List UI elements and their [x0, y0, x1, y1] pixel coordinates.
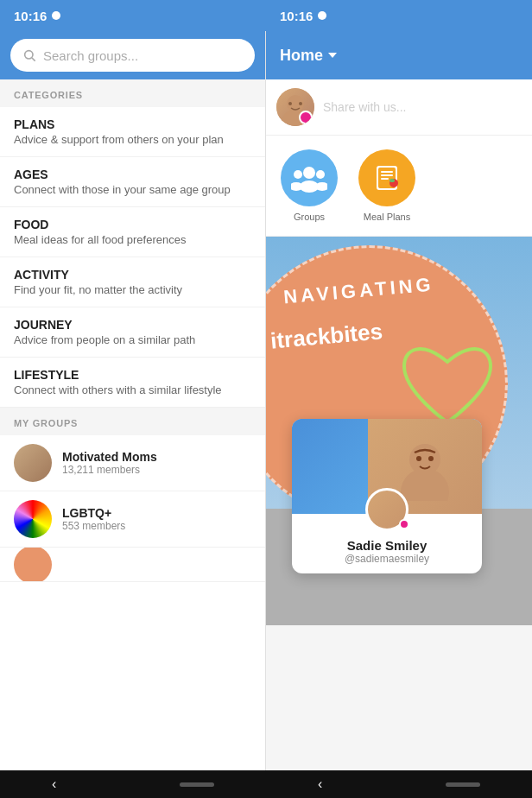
icon-circle-groups — [281, 149, 338, 206]
group-members-motivated-moms: 13,211 members — [62, 464, 157, 476]
svg-rect-14 — [381, 171, 393, 173]
group-item-partial[interactable] — [0, 548, 265, 582]
svg-point-0 — [25, 51, 33, 59]
category-title-lifestyle: LIFESTYLE — [14, 368, 251, 382]
system-bar-right: ‹ — [266, 770, 532, 798]
group-item-lgbtq[interactable]: LGBTQ+ 553 members — [0, 491, 265, 548]
navigating-card-container: NAVIGATING itrackbites — [266, 237, 532, 625]
svg-line-1 — [32, 58, 35, 61]
category-subtitle-ages: Connect with those in your same age grou… — [14, 183, 251, 196]
back-arrow-right[interactable]: ‹ — [318, 776, 322, 792]
system-bar-left: ‹ — [0, 770, 266, 798]
category-subtitle-lifestyle: Connect with others with a similar lifes… — [14, 383, 251, 396]
svg-point-21 — [416, 456, 421, 461]
group-avatar-lgbtq — [14, 500, 52, 538]
group-members-lgbtq: 553 members — [62, 520, 125, 532]
status-dot-left — [52, 11, 60, 20]
svg-point-6 — [303, 167, 315, 179]
svg-point-20 — [401, 468, 449, 501]
icon-label-groups: Groups — [294, 212, 325, 222]
status-bar-left: 10:16 — [0, 0, 266, 31]
svg-rect-15 — [381, 174, 393, 176]
group-avatar-partial — [14, 548, 52, 582]
share-text: Share with us... — [323, 100, 407, 114]
groups-icon — [291, 162, 327, 193]
nav-pill-right — [446, 782, 480, 787]
search-bar: Search groups... — [0, 31, 265, 79]
category-subtitle-food: Meal ideas for all food preferences — [14, 233, 251, 246]
left-panel: Search groups... CATEGORIES PLANS Advice… — [0, 31, 266, 798]
profile-handle: @sadiemaesmiley — [301, 553, 473, 565]
share-banner[interactable]: Share with us... — [266, 79, 532, 136]
time-right: 10:16 — [280, 9, 313, 23]
group-name-lgbtq: LGBTQ+ — [62, 506, 125, 520]
chevron-down-icon[interactable] — [328, 53, 337, 58]
group-info-lgbtq: LGBTQ+ 553 members — [62, 506, 125, 532]
category-title-plans: PLANS — [14, 117, 251, 131]
category-item-lifestyle[interactable]: LIFESTYLE Connect with others with a sim… — [0, 358, 265, 408]
profile-card: Sadie Smiley @sadiemaesmiley — [292, 419, 482, 573]
back-arrow-left[interactable]: ‹ — [52, 776, 56, 792]
time-left: 10:16 — [14, 9, 47, 23]
category-item-plans[interactable]: PLANS Advice & support from others on yo… — [0, 107, 265, 157]
icon-circle-meal-plans — [358, 149, 415, 206]
category-item-food[interactable]: FOOD Meal ideas for all food preferences — [0, 207, 265, 257]
icon-item-meal-plans[interactable]: Meal Plans — [352, 149, 421, 222]
search-icon — [22, 48, 36, 62]
icon-item-groups[interactable]: Groups — [275, 149, 344, 222]
group-name-motivated-moms: Motivated Moms — [62, 450, 157, 464]
status-bar-right: 10:16 — [266, 0, 532, 31]
nav-pill-left — [180, 782, 214, 787]
category-subtitle-activity: Find your fit, no matter the activity — [14, 283, 251, 296]
icons-row: Groups Meal Plans — [266, 136, 532, 237]
right-panel: Home Share with us... — [266, 31, 532, 798]
search-input-container[interactable]: Search groups... — [10, 39, 255, 72]
category-item-activity[interactable]: ACTIVITY Find your fit, no matter the ac… — [0, 257, 265, 307]
share-avatar — [276, 88, 314, 126]
group-info-motivated-moms: Motivated Moms 13,211 members — [62, 450, 157, 476]
svg-point-8 — [294, 170, 302, 179]
profile-name: Sadie Smiley — [301, 538, 473, 553]
svg-point-22 — [428, 456, 434, 461]
my-groups-header: MY GROUPS — [0, 408, 265, 435]
categories-header: CATEGORIES — [0, 79, 265, 107]
category-title-journey: JOURNEY — [14, 318, 251, 332]
svg-point-5 — [299, 102, 302, 105]
home-header: Home — [266, 31, 532, 79]
icon-label-meal-plans: Meal Plans — [364, 212, 410, 222]
category-subtitle-journey: Advice from people on a similar path — [14, 333, 251, 346]
svg-rect-16 — [381, 178, 389, 180]
category-title-ages: AGES — [14, 168, 251, 181]
category-title-food: FOOD — [14, 218, 251, 231]
category-title-activity: ACTIVITY — [14, 268, 251, 282]
group-item-motivated-moms[interactable]: Motivated Moms 13,211 members — [0, 435, 265, 491]
status-dot-right — [318, 11, 326, 20]
category-item-journey[interactable]: JOURNEY Advice from people on a similar … — [0, 307, 265, 358]
svg-point-10 — [316, 170, 325, 179]
svg-point-4 — [288, 102, 292, 105]
meal-plans-icon — [370, 161, 404, 195]
svg-point-3 — [282, 109, 309, 126]
home-title: Home — [280, 47, 337, 65]
category-item-ages[interactable]: AGES Connect with those in your same age… — [0, 157, 265, 207]
svg-point-18 — [390, 179, 395, 182]
group-avatar-motivated-moms — [14, 444, 52, 482]
category-subtitle-plans: Advice & support from others on your pla… — [14, 133, 251, 146]
profile-card-image — [292, 419, 482, 514]
profile-photo-dot — [399, 519, 409, 529]
search-placeholder: Search groups... — [43, 48, 138, 63]
